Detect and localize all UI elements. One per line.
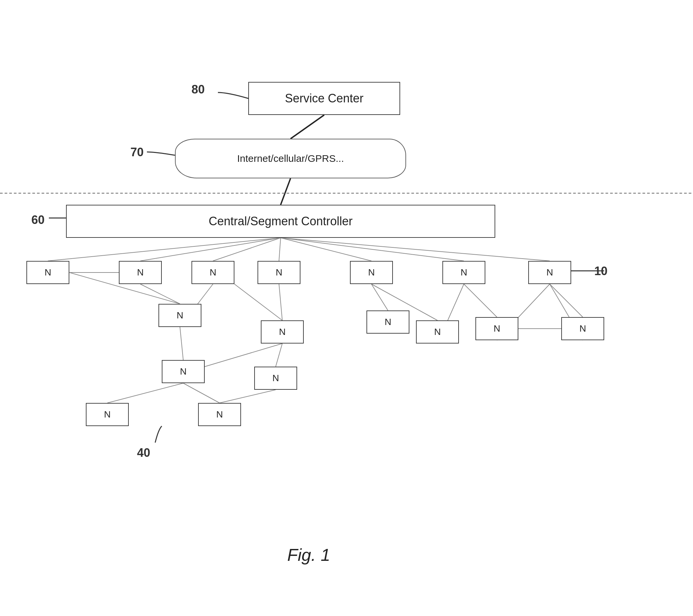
- svg-line-8: [281, 238, 464, 261]
- internet-label: Internet/cellular/GPRS...: [237, 153, 344, 164]
- ref-label-80: 80: [192, 82, 205, 96]
- svg-line-4: [140, 238, 281, 261]
- svg-line-6: [279, 238, 281, 261]
- controller-box: Central/Segment Controller: [66, 205, 495, 238]
- node-n11: N: [416, 321, 459, 344]
- node-n6: N: [442, 261, 485, 284]
- svg-line-5: [213, 238, 281, 261]
- fig-caption: Fig. 1: [287, 545, 330, 565]
- svg-line-14: [234, 284, 282, 321]
- svg-line-21: [550, 284, 583, 317]
- diagram-container: Service Center Internet/cellular/GPRS...…: [0, 0, 693, 616]
- ref-label-70: 70: [131, 145, 144, 159]
- service-center-box: Service Center: [248, 82, 400, 115]
- svg-line-9: [281, 238, 550, 261]
- ref-label-60: 60: [32, 213, 44, 227]
- node-n7: N: [528, 261, 571, 284]
- svg-line-29: [220, 390, 276, 403]
- node-n8: N: [158, 304, 201, 327]
- svg-line-19: [464, 284, 497, 317]
- service-center-label: Service Center: [285, 92, 363, 105]
- node-n2: N: [119, 261, 162, 284]
- svg-line-16: [372, 284, 388, 310]
- ref-label-40: 40: [137, 446, 150, 460]
- node-n4: N: [258, 261, 300, 284]
- svg-line-0: [291, 115, 324, 139]
- svg-line-25: [276, 344, 282, 367]
- svg-line-1: [281, 178, 291, 205]
- ref-label-10: 10: [594, 264, 608, 278]
- internet-cloud: Internet/cellular/GPRS...: [175, 139, 406, 178]
- node-n12: N: [475, 317, 518, 340]
- node-n16: N: [86, 403, 129, 426]
- svg-line-12: [140, 284, 180, 304]
- svg-line-28: [183, 383, 220, 403]
- node-n14: N: [162, 360, 205, 383]
- svg-line-15: [279, 284, 282, 321]
- node-n3: N: [192, 261, 234, 284]
- svg-line-3: [48, 238, 281, 261]
- svg-line-7: [281, 238, 372, 261]
- svg-line-26: [205, 344, 282, 367]
- svg-line-27: [107, 383, 183, 403]
- node-n13: N: [561, 317, 604, 340]
- node-n15: N: [254, 367, 297, 390]
- node-n5: N: [350, 261, 393, 284]
- node-n10: N: [367, 310, 410, 333]
- svg-line-24: [180, 327, 183, 360]
- controller-label: Central/Segment Controller: [209, 214, 353, 228]
- node-n9: N: [261, 321, 304, 344]
- node-n17: N: [198, 403, 241, 426]
- node-n1: N: [26, 261, 69, 284]
